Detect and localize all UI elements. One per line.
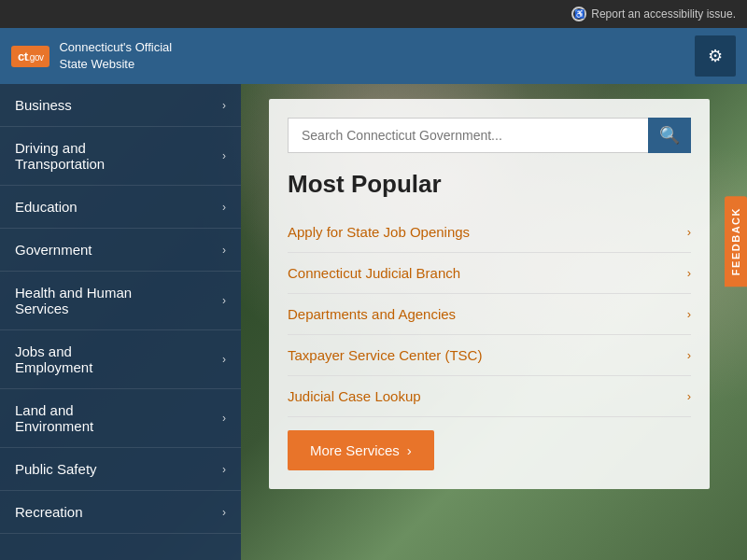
accessibility-text: Report an accessibility issue. [591,7,736,21]
chevron-right-icon: › [222,506,226,519]
popular-item-case[interactable]: Judicial Case Lookup › [288,376,691,417]
sidebar-item-safety[interactable]: Public Safety › [0,448,241,491]
chevron-right-icon: › [687,307,691,321]
chevron-right-icon: › [687,389,691,403]
chevron-right-icon: › [687,348,691,362]
chevron-right-icon: › [222,412,226,425]
sidebar-label-driving: Driving andTransportation [15,140,105,172]
sidebar-item-government[interactable]: Government › [0,229,241,272]
main-content: Business › Driving andTransportation › E… [0,84,747,560]
accessibility-link[interactable]: ♿ Report an accessibility issue. [571,7,736,21]
chevron-right-icon: › [222,201,226,214]
chevron-right-icon: › [687,266,691,280]
feedback-label: FEEDBACK [730,207,741,275]
search-button[interactable]: 🔍 [648,118,691,153]
popular-item-label: Connecticut Judicial Branch [288,265,460,281]
site-title: Connecticut's Official State Website [59,39,172,73]
sidebar-item-land[interactable]: Land andEnvironment › [0,389,241,448]
site-title-line2: State Website [59,56,172,73]
popular-item-taxpayer[interactable]: Taxpayer Service Center (TSC) › [288,335,691,376]
sidebar-label-business: Business [15,97,72,113]
sidebar-item-education[interactable]: Education › [0,186,241,229]
popular-item-label: Departments and Agencies [288,306,456,322]
sidebar-label-recreation: Recreation [15,504,83,520]
sidebar-item-recreation[interactable]: Recreation › [0,491,241,534]
gear-icon: ⚙ [708,46,723,66]
search-bar: 🔍 [288,118,691,153]
accessibility-icon: ♿ [571,7,586,21]
sidebar-label-health: Health and HumanServices [15,285,132,316]
header-logo: ct.gov Connecticut's Official State Webs… [11,39,172,73]
logo-gov: .gov [28,52,44,63]
sidebar-item-business[interactable]: Business › [0,84,241,127]
site-header: ct.gov Connecticut's Official State Webs… [0,28,747,84]
popular-item-judicial[interactable]: Connecticut Judicial Branch › [288,253,691,294]
chevron-right-icon: › [687,225,691,239]
chevron-right-icon: › [222,353,226,366]
chevron-right-icon: › [222,244,226,257]
most-popular-title: Most Popular [288,170,691,199]
chevron-right-icon: › [222,294,226,307]
logo-ct: ct [18,49,28,63]
sidebar-item-jobs[interactable]: Jobs andEmployment › [0,330,241,389]
sidebar-label-government: Government [15,242,92,258]
logo-badge: ct.gov [11,46,49,67]
popular-item-label: Judicial Case Lookup [288,388,421,404]
sidebar-label-land: Land andEnvironment [15,402,93,434]
chevron-right-icon: › [222,99,226,112]
more-services-label: More Services [310,442,400,458]
feedback-tab[interactable]: FEEDBACK [725,196,747,287]
search-icon: 🔍 [659,125,680,146]
popular-item-label: Apply for State Job Openings [288,224,470,240]
more-services-button[interactable]: More Services › [288,430,434,470]
sidebar-item-driving[interactable]: Driving andTransportation › [0,127,241,186]
chevron-right-icon: › [222,463,226,476]
main-panel: 🔍 Most Popular Apply for State Job Openi… [269,99,710,489]
popular-item-departments[interactable]: Departments and Agencies › [288,294,691,335]
chevron-right-icon: › [222,149,226,162]
settings-button[interactable]: ⚙ [695,35,736,77]
sidebar-item-health[interactable]: Health and HumanServices › [0,272,241,330]
chevron-right-icon: › [407,442,412,458]
sidebar-label-jobs: Jobs andEmployment [15,343,92,375]
sidebar-label-education: Education [15,199,78,215]
sidebar-nav: Business › Driving andTransportation › E… [0,84,241,560]
accessibility-bar: ♿ Report an accessibility issue. [0,0,747,28]
popular-item-jobs[interactable]: Apply for State Job Openings › [288,212,691,253]
site-title-line1: Connecticut's Official [59,39,172,56]
popular-item-label: Taxpayer Service Center (TSC) [288,347,482,363]
search-input[interactable] [288,118,648,153]
sidebar-label-safety: Public Safety [15,461,97,477]
